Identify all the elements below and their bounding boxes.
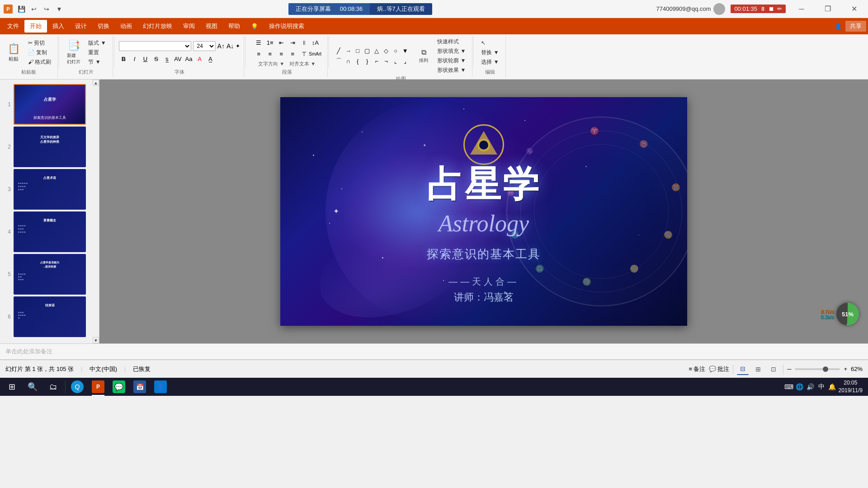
- font-size-select[interactable]: 24: [193, 41, 216, 51]
- select-btn[interactable]: 选择 ▼: [478, 57, 501, 66]
- menu-search[interactable]: 操作说明搜索: [264, 20, 310, 33]
- quick-styles-btn[interactable]: 快速样式: [434, 37, 468, 46]
- align-text-btn[interactable]: ⊤: [299, 49, 309, 59]
- decrease-indent-btn[interactable]: ⇤: [276, 38, 286, 48]
- taskbar-outlook-app[interactable]: 📅: [130, 378, 150, 396]
- minimize-btn[interactable]: ─: [791, 0, 812, 18]
- more-quick-btn[interactable]: ▼: [54, 4, 64, 14]
- highlight-btn[interactable]: A̲: [206, 54, 216, 64]
- strikethrough-btn[interactable]: S: [151, 54, 161, 64]
- shape-8[interactable]: ⌞: [391, 56, 401, 66]
- layout-btn[interactable]: 版式 ▼: [85, 38, 108, 47]
- menu-animations[interactable]: 动画: [115, 20, 137, 33]
- bullets-btn[interactable]: ☰: [254, 38, 264, 48]
- menu-home[interactable]: 开始: [24, 20, 47, 33]
- shape-5[interactable]: }: [362, 56, 372, 66]
- network-icon[interactable]: 🌐: [795, 382, 804, 391]
- cursor-btn[interactable]: ↖: [478, 38, 501, 47]
- section-btn[interactable]: 节 ▼: [85, 57, 108, 66]
- zoom-slider[interactable]: [795, 368, 840, 370]
- clear-format-btn[interactable]: ✦: [236, 43, 240, 49]
- scroll-down-btn[interactable]: ▼: [93, 337, 99, 343]
- pause-icon[interactable]: ⏸: [760, 5, 766, 12]
- slide-item-6[interactable]: 6 结束语 ■ ■ ■■ ■ ■ ■■: [2, 296, 91, 338]
- cut-btn[interactable]: ✂ 剪切: [25, 38, 54, 47]
- shape-outline-btn[interactable]: 形状轮廓 ▼: [434, 56, 468, 65]
- align-right-btn[interactable]: ≡: [276, 49, 286, 59]
- menu-insert[interactable]: 插入: [47, 20, 70, 33]
- kerning-btn[interactable]: AV: [173, 54, 183, 64]
- new-slide-btn[interactable]: 📑 新建幻灯片: [64, 39, 84, 66]
- zoom-out-btn[interactable]: ─: [787, 366, 791, 372]
- shape-line[interactable]: ╱: [334, 46, 344, 56]
- undo-quick-btn[interactable]: ↩: [29, 4, 39, 14]
- increase-indent-btn[interactable]: ⇥: [288, 38, 297, 48]
- copy-btn[interactable]: 📄 复制: [25, 48, 54, 57]
- shape-7[interactable]: ¬: [381, 56, 391, 66]
- menu-lightbulb[interactable]: 💡: [245, 20, 264, 33]
- zoom-percent[interactable]: 62%: [851, 366, 863, 372]
- close-btn[interactable]: ✕: [844, 0, 864, 18]
- notes-btn[interactable]: ≡ 备注: [689, 365, 706, 373]
- underline-btn[interactable]: U: [141, 54, 151, 64]
- bold-btn[interactable]: B: [119, 54, 129, 64]
- redo-quick-btn[interactable]: ↪: [42, 4, 52, 14]
- slide-item-2[interactable]: 2 天文学的差异占星学的种类: [2, 126, 91, 168]
- shape-fill-btn[interactable]: 形状填充 ▼: [434, 47, 468, 56]
- taskbar-wechat-app[interactable]: 💬: [109, 378, 129, 396]
- shape-2[interactable]: ⌒: [334, 56, 344, 66]
- justify-btn[interactable]: ≡: [288, 49, 297, 59]
- menu-slideshow[interactable]: 幻灯片放映: [137, 20, 178, 33]
- cols-btn[interactable]: ⦀: [299, 38, 309, 48]
- slide-item-5[interactable]: 5 占星学是否能为...提供依据 ■ ■ ■ ■■ ■■ ■ ■: [2, 253, 91, 296]
- shape-oval[interactable]: ○: [391, 46, 401, 56]
- slide-item-4[interactable]: 4 要素概念 ■ ■ ■ ■■ ■ ■■ ■ ■ ■: [2, 211, 91, 253]
- replace-btn[interactable]: 替换 ▼: [478, 48, 501, 57]
- taskbar-person-app[interactable]: 👤: [151, 378, 170, 396]
- share-button[interactable]: 共享: [845, 21, 866, 32]
- text-dir-btn[interactable]: ↕A: [310, 38, 320, 48]
- zoom-in-btn[interactable]: +: [844, 366, 847, 372]
- case-btn[interactable]: Aa: [184, 54, 194, 64]
- decrease-font-btn[interactable]: A↓: [226, 42, 234, 50]
- shape-diamond[interactable]: ◇: [381, 46, 391, 56]
- shape-round-rect[interactable]: ▢: [362, 46, 372, 56]
- input-icon[interactable]: 中: [817, 382, 826, 391]
- shape-9[interactable]: ⌟: [400, 56, 410, 66]
- format-painter-btn[interactable]: 🖌 格式刷: [25, 57, 54, 66]
- notes-placeholder[interactable]: 单击此处添加备注: [5, 347, 52, 356]
- search-btn[interactable]: 🔍: [23, 378, 42, 396]
- shape-triangle[interactable]: △: [372, 46, 382, 56]
- font-family-select[interactable]: [119, 41, 191, 51]
- shape-more[interactable]: ▼: [400, 46, 410, 56]
- clock[interactable]: 20:05 2019/11/9: [839, 379, 863, 394]
- keyboard-icon[interactable]: ⌨: [784, 382, 793, 391]
- arrange-btn[interactable]: ⧉ 排列: [415, 43, 433, 68]
- notification-icon[interactable]: 🔔: [828, 382, 837, 391]
- paste-btn[interactable]: 📋 粘贴: [4, 39, 24, 66]
- menu-help[interactable]: 帮助: [223, 20, 245, 33]
- menu-design[interactable]: 设计: [70, 20, 92, 33]
- shadow-btn[interactable]: s̲: [162, 54, 172, 64]
- numbering-btn[interactable]: 1≡: [265, 38, 275, 48]
- increase-font-btn[interactable]: A↑: [217, 42, 225, 50]
- task-view-btn[interactable]: 🗂: [43, 378, 63, 396]
- start-btn[interactable]: ⊞: [2, 378, 22, 396]
- reading-view-btn[interactable]: ⊡: [768, 363, 779, 375]
- restore-btn[interactable]: ❐: [817, 0, 838, 18]
- slide-item-1[interactable]: 1 占星学 探索意识的基本工具: [2, 83, 91, 126]
- slide-sorter-btn[interactable]: ⊞: [752, 363, 764, 375]
- pen-icon[interactable]: ✏: [777, 5, 782, 12]
- shape-arrow[interactable]: →: [343, 46, 353, 56]
- sound-icon[interactable]: 🔊: [806, 382, 815, 391]
- align-left-btn[interactable]: ≡: [254, 49, 264, 59]
- shape-4[interactable]: {: [353, 56, 363, 66]
- shape-effect-btn[interactable]: 形状效果 ▼: [434, 66, 468, 75]
- normal-view-btn[interactable]: ⊟: [737, 363, 749, 375]
- menu-file[interactable]: 文件: [2, 20, 24, 33]
- reset-btn[interactable]: 重置: [85, 48, 108, 57]
- menu-transitions[interactable]: 切换: [92, 20, 115, 33]
- align-center-btn[interactable]: ≡: [265, 49, 275, 59]
- shape-6[interactable]: ⌐: [372, 56, 382, 66]
- font-color-btn[interactable]: A: [195, 54, 205, 64]
